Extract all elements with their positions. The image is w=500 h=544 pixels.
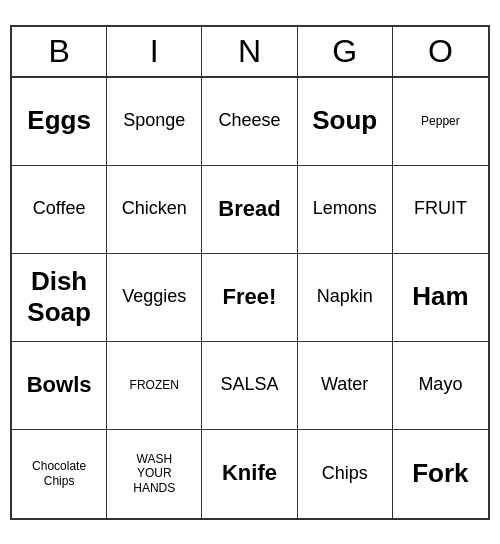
bingo-cell-3-3: Water bbox=[298, 342, 393, 430]
header-letter: G bbox=[298, 27, 393, 76]
cell-label: Soup bbox=[312, 105, 377, 136]
bingo-cell-4-4: Fork bbox=[393, 430, 488, 518]
bingo-cell-2-2: Free! bbox=[202, 254, 297, 342]
cell-label: ChocolateChips bbox=[32, 459, 86, 488]
cell-label: FRUIT bbox=[414, 198, 467, 220]
bingo-cell-0-0: Eggs bbox=[12, 78, 107, 166]
bingo-card: BINGO EggsSpongeCheeseSoupPepperCoffeeCh… bbox=[10, 25, 490, 520]
bingo-cell-1-0: Coffee bbox=[12, 166, 107, 254]
cell-label: Sponge bbox=[123, 110, 185, 132]
bingo-cell-4-1: WASHYOURHANDS bbox=[107, 430, 202, 518]
cell-label: Lemons bbox=[313, 198, 377, 220]
bingo-header: BINGO bbox=[12, 27, 488, 78]
header-letter: I bbox=[107, 27, 202, 76]
cell-label: Chicken bbox=[122, 198, 187, 220]
cell-label: Knife bbox=[222, 460, 277, 486]
cell-label: WASHYOURHANDS bbox=[133, 452, 175, 495]
bingo-cell-1-4: FRUIT bbox=[393, 166, 488, 254]
bingo-cell-3-1: FROZEN bbox=[107, 342, 202, 430]
cell-label: Napkin bbox=[317, 286, 373, 308]
bingo-cell-2-1: Veggies bbox=[107, 254, 202, 342]
bingo-cell-1-2: Bread bbox=[202, 166, 297, 254]
bingo-cell-3-2: SALSA bbox=[202, 342, 297, 430]
bingo-cell-0-2: Cheese bbox=[202, 78, 297, 166]
bingo-cell-1-1: Chicken bbox=[107, 166, 202, 254]
cell-label: Bowls bbox=[27, 372, 92, 398]
cell-label: Pepper bbox=[421, 114, 460, 128]
cell-label: SALSA bbox=[220, 374, 278, 396]
header-letter: B bbox=[12, 27, 107, 76]
bingo-cell-4-2: Knife bbox=[202, 430, 297, 518]
bingo-cell-0-4: Pepper bbox=[393, 78, 488, 166]
bingo-cell-4-3: Chips bbox=[298, 430, 393, 518]
cell-label: Bread bbox=[218, 196, 280, 222]
cell-label: FROZEN bbox=[130, 378, 179, 392]
cell-label: DishSoap bbox=[27, 266, 91, 328]
cell-label: Ham bbox=[412, 281, 468, 312]
bingo-cell-1-3: Lemons bbox=[298, 166, 393, 254]
bingo-cell-3-4: Mayo bbox=[393, 342, 488, 430]
cell-label: Free! bbox=[223, 284, 277, 310]
bingo-cell-2-3: Napkin bbox=[298, 254, 393, 342]
bingo-grid: EggsSpongeCheeseSoupPepperCoffeeChickenB… bbox=[12, 78, 488, 518]
cell-label: Veggies bbox=[122, 286, 186, 308]
cell-label: Chips bbox=[322, 463, 368, 485]
bingo-cell-2-4: Ham bbox=[393, 254, 488, 342]
bingo-cell-0-3: Soup bbox=[298, 78, 393, 166]
cell-label: Coffee bbox=[33, 198, 86, 220]
cell-label: Mayo bbox=[418, 374, 462, 396]
cell-label: Water bbox=[321, 374, 368, 396]
cell-label: Fork bbox=[412, 458, 468, 489]
bingo-cell-4-0: ChocolateChips bbox=[12, 430, 107, 518]
header-letter: O bbox=[393, 27, 488, 76]
bingo-cell-0-1: Sponge bbox=[107, 78, 202, 166]
bingo-cell-2-0: DishSoap bbox=[12, 254, 107, 342]
header-letter: N bbox=[202, 27, 297, 76]
cell-label: Eggs bbox=[27, 105, 91, 136]
cell-label: Cheese bbox=[218, 110, 280, 132]
bingo-cell-3-0: Bowls bbox=[12, 342, 107, 430]
